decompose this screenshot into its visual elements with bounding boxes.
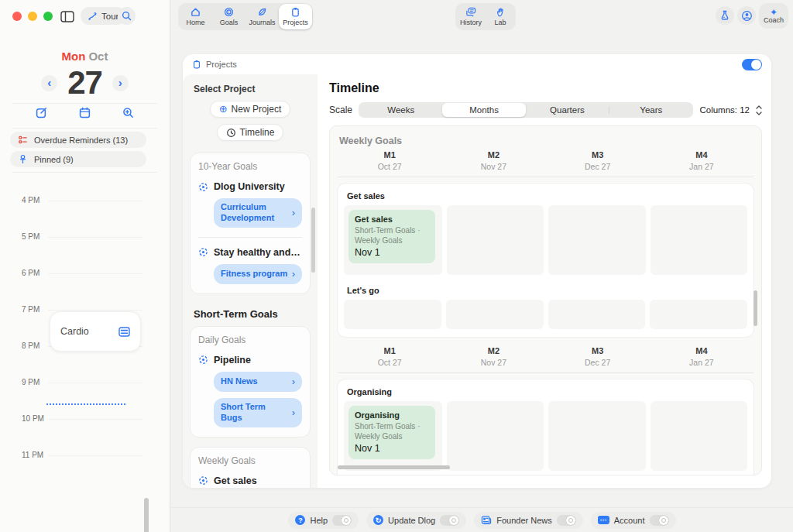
goal-group-header: Daily Goals — [198, 335, 302, 345]
clipboard-icon — [192, 60, 201, 69]
overdue-list-icon — [18, 135, 28, 145]
section-header: Short-Term Goals — [194, 308, 318, 320]
goal-item[interactable]: Pipeline — [198, 355, 302, 366]
goal-name: Dlog University — [214, 181, 285, 192]
tab-journals[interactable]: Journals — [245, 4, 279, 29]
search-button[interactable] — [118, 7, 136, 25]
toggle-knob — [449, 516, 458, 525]
chevron-left-icon: ‹ — [47, 76, 51, 89]
timeline-cell — [651, 401, 747, 471]
pinned-button[interactable]: Pinned (9) — [10, 151, 146, 167]
overdue-reminders-button[interactable]: Overdue Reminders (13) — [10, 132, 146, 148]
goal-item[interactable]: Stay healthy and… — [198, 247, 302, 258]
chevron-right-icon: › — [292, 207, 295, 219]
projects-panel: Projects Select Project ⊕ New Project Ti… — [183, 54, 771, 488]
report-button[interactable] — [716, 6, 734, 25]
sidebar-scrollbar[interactable] — [144, 498, 149, 532]
project-pill[interactable]: HN News › — [214, 372, 302, 392]
goal-target-icon — [198, 475, 208, 486]
update-icon: ↻ — [373, 515, 383, 525]
account-avatar-button[interactable] — [737, 6, 756, 25]
update-dlog-button[interactable]: ↻ Update Dlog — [366, 512, 466, 529]
account-button[interactable]: ··· Account — [591, 512, 676, 529]
timeline-cell — [650, 300, 747, 329]
divider — [198, 237, 302, 238]
month-date: Jan 27 — [650, 162, 754, 171]
scale-option-months[interactable]: Months — [442, 103, 525, 117]
timeline-cell — [447, 401, 544, 471]
tab-history[interactable]: History — [456, 4, 486, 29]
compose-button[interactable] — [36, 107, 47, 118]
project-pill[interactable]: Curriculum Development › — [214, 198, 302, 228]
goal-group-header: Weekly Goals — [198, 455, 302, 466]
timeline-grid: Weekly Goals M1 Oct 27 M2 Nov 27 M3 Dec … — [329, 125, 762, 475]
goal-item[interactable]: Dlog University — [198, 181, 302, 192]
tab-lab[interactable]: Lab — [486, 4, 515, 29]
chevron-right-icon: › — [292, 268, 295, 280]
toggle-sidebar-button[interactable] — [57, 8, 77, 25]
timeline-event-card[interactable]: Organising Short-Term Goals · Weekly Goa… — [348, 406, 435, 459]
previous-day-button[interactable]: ‹ — [41, 75, 57, 91]
tab-goals[interactable]: Goals — [212, 4, 245, 29]
sidebar-actions — [23, 107, 146, 118]
breadcrumb-label: Projects — [206, 60, 237, 69]
timeline-cell — [344, 300, 441, 329]
sidebar-icon — [60, 11, 74, 22]
zoom-in-button[interactable] — [122, 107, 134, 118]
time-label: 11 PM — [22, 451, 43, 459]
columns-stepper[interactable] — [756, 105, 762, 115]
scale-option-weeks[interactable]: Weeks — [359, 103, 442, 117]
tab-label: History — [460, 19, 482, 26]
tab-label: Lab — [494, 19, 506, 26]
timeline-view-button[interactable]: Timeline — [217, 124, 284, 141]
update-dlog-toggle[interactable] — [440, 515, 459, 526]
chat-history-icon — [465, 7, 476, 17]
scale-option-years[interactable]: Years — [609, 103, 692, 117]
clipboard-icon — [290, 7, 300, 17]
timeline-title: Timeline — [329, 81, 762, 95]
columns-label: Columns: 12 — [699, 105, 750, 115]
timeline-cell — [548, 300, 646, 329]
minimize-window-button[interactable] — [28, 12, 37, 21]
next-day-button[interactable]: › — [112, 75, 129, 91]
project-label: HN News — [221, 376, 258, 387]
new-project-button[interactable]: ⊕ New Project — [210, 101, 291, 118]
horizontal-scrollbar[interactable] — [338, 465, 450, 469]
timeline-cell — [548, 401, 645, 471]
zoom-window-button[interactable] — [43, 12, 53, 21]
tab-home[interactable]: Home — [179, 4, 212, 29]
calendar-button[interactable] — [79, 107, 91, 118]
month-column-header: M1 Oct 27 — [338, 150, 441, 171]
project-pill[interactable]: Short Term Bugs › — [214, 398, 302, 427]
breadcrumb[interactable]: Projects — [192, 60, 237, 69]
kanban-card-icon — [118, 327, 130, 337]
scale-option-quarters[interactable]: Quarters — [526, 103, 609, 117]
month-name: M3 — [546, 150, 650, 160]
clock-icon — [226, 128, 236, 138]
tab-label: Goals — [220, 19, 239, 26]
tab-projects[interactable]: Projects — [279, 4, 312, 29]
help-toggle[interactable] — [332, 515, 352, 526]
month-date: Jan 27 — [650, 358, 754, 367]
founder-news-toggle[interactable] — [557, 515, 576, 526]
day-schedule: 4 PM 5 PM 6 PM 7 PM 8 PM 9 PM 10 PM 11 P… — [0, 178, 170, 532]
project-pill[interactable]: Fitness program › — [214, 264, 302, 284]
project-panel-scrollbar[interactable] — [311, 208, 315, 273]
month-date: Oct 27 — [338, 358, 441, 367]
panel-toggle-switch[interactable] — [742, 59, 762, 70]
calendar-event-cardio[interactable]: Cardio — [50, 311, 141, 352]
timeline-cell: Get sales Short-Term Goals · Weekly Goal… — [344, 205, 442, 275]
timeline-event-card[interactable]: Get sales Short-Term Goals · Weekly Goal… — [348, 210, 435, 263]
timeline-cell — [548, 205, 645, 275]
goal-item[interactable]: Get sales — [198, 475, 302, 486]
vertical-scrollbar[interactable] — [754, 290, 757, 326]
account-card-icon: ··· — [598, 516, 609, 524]
help-button[interactable]: ? Help — [288, 512, 359, 529]
founder-news-button[interactable]: Founder News — [474, 512, 583, 529]
coach-button[interactable]: ✦ Coach — [759, 3, 788, 29]
month-date: Nov 27 — [441, 162, 545, 171]
account-toggle[interactable] — [650, 515, 669, 526]
close-window-button[interactable] — [12, 12, 22, 21]
project-label: Curriculum Development — [221, 202, 289, 224]
tab-label: Projects — [283, 19, 308, 26]
